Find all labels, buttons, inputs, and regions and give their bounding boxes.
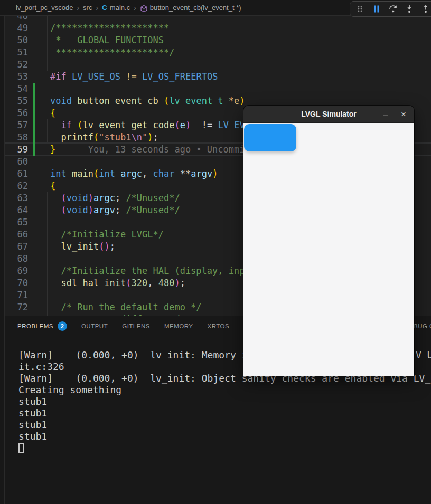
line-number: 59: [5, 144, 28, 156]
line-number: 48: [5, 16, 28, 22]
sidebar-edge: [0, 0, 5, 504]
line-content: #if LV_USE_OS != LV_OS_FREERTOS: [50, 71, 218, 83]
line-number: 55: [5, 95, 28, 107]
line-content: } You, 13 seconds ago • Uncommitted: [50, 144, 266, 156]
line-number: 56: [5, 107, 28, 119]
line-content: /* Run the default demo */: [50, 301, 202, 313]
line-content: (void)argv; /*Unused*/: [50, 204, 180, 216]
breadcrumb: lv_port_pc_vscode›src›Cmain.c›button_eve…: [16, 4, 241, 12]
terminal-line-fragment: V_USE: [416, 349, 431, 361]
step-into-icon[interactable]: [404, 3, 415, 15]
line-number: 63: [5, 192, 28, 204]
line-number: 62: [5, 180, 28, 192]
line-number: 52: [5, 59, 28, 71]
tab-xrtos[interactable]: XRTOS: [207, 323, 229, 329]
pause-icon[interactable]: [371, 3, 382, 15]
line-content: {: [50, 180, 55, 192]
line-content: /*Initialize LVGL*/: [50, 229, 164, 241]
breadcrumb-item[interactable]: main.c: [110, 4, 130, 12]
tab-gitlens[interactable]: GITLENS: [122, 323, 150, 329]
line-number: 69: [5, 265, 28, 277]
breadcrumb-item[interactable]: lv_port_pc_vscode: [16, 4, 73, 12]
line-number: 68: [5, 253, 28, 265]
line-content: *********************/: [50, 46, 174, 59]
simulator-canvas: [243, 123, 414, 376]
line-number: 51: [5, 46, 28, 59]
line-content: {: [50, 107, 55, 119]
code-line[interactable]: 54: [5, 83, 431, 95]
line-content: (void)argc; /*Unused*/: [50, 192, 180, 204]
line-content: * GLOBAL FUNCTIONS: [50, 34, 164, 46]
line-number: 61: [5, 168, 28, 180]
line-content: void button_event_cb (lv_event_t *e): [50, 95, 245, 107]
terminal-line: stub1: [18, 431, 431, 442]
minimize-button[interactable]: –: [380, 106, 391, 123]
lvgl-blue-button[interactable]: [244, 124, 296, 151]
line-number: 57: [5, 119, 28, 131]
debug-toolbar[interactable]: [350, 1, 431, 17]
line-number: 53: [5, 71, 28, 83]
lvgl-simulator-window: LVGL Simulator – ×: [243, 106, 414, 376]
terminal-line: stub1: [18, 407, 431, 419]
breadcrumb-separator: ›: [96, 4, 98, 12]
line-number: 72: [5, 301, 28, 313]
gitlens-blame: You, 13 seconds ago • Uncommitted: [55, 144, 266, 155]
step-out-icon[interactable]: [420, 3, 431, 15]
step-over-icon[interactable]: [387, 3, 399, 15]
line-number: 49: [5, 22, 28, 34]
code-line[interactable]: 49/*********************: [5, 22, 431, 34]
breadcrumb-item[interactable]: src: [83, 4, 92, 12]
breadcrumb-item[interactable]: button_event_cb(lv_event_t *): [150, 4, 241, 12]
line-number: 64: [5, 204, 28, 216]
line-content: int main(int argc, char **argv): [50, 168, 218, 180]
terminal-line: Creating something: [18, 384, 431, 396]
code-line[interactable]: 51 *********************/: [5, 46, 431, 59]
gripper-icon[interactable]: [354, 3, 366, 15]
line-content: printf("stub1\n");: [50, 131, 158, 144]
code-line[interactable]: 50 * GLOBAL FUNCTIONS: [5, 34, 431, 46]
problems-badge: 2: [58, 321, 67, 331]
line-number: 58: [5, 131, 28, 144]
vscode-window: lv_port_pc_vscode›src›Cmain.c›button_eve…: [0, 0, 431, 504]
code-line[interactable]: 53#if LV_USE_OS != LV_OS_FREERTOS: [5, 71, 431, 83]
line-content: sdl_hal_init(320, 480);: [50, 277, 185, 289]
line-number: 54: [5, 83, 28, 95]
terminal-line: stub1: [18, 419, 431, 431]
tab-output[interactable]: OUTPUT: [81, 323, 108, 329]
line-number: 50: [5, 34, 28, 46]
simulator-titlebar[interactable]: LVGL Simulator – ×: [243, 106, 414, 123]
breadcrumb-separator: ›: [134, 4, 136, 12]
line-number: 71: [5, 289, 28, 301]
line-number: 70: [5, 277, 28, 289]
line-content: lv_init();: [50, 241, 115, 253]
terminal-cursor: [18, 443, 24, 453]
symbol-method-icon: [140, 5, 148, 13]
breadcrumb-separator: ›: [77, 4, 79, 12]
line-number: 66: [5, 229, 28, 241]
line-number: 65: [5, 216, 28, 229]
tab-memory[interactable]: MEMORY: [164, 323, 193, 329]
tab-problems[interactable]: PROBLEMS2: [17, 321, 67, 331]
c-file-icon: C: [102, 4, 107, 12]
close-button[interactable]: ×: [398, 106, 409, 123]
line-number: 60: [5, 156, 28, 168]
terminal-cursor-line: [18, 442, 431, 454]
simulator-title: LVGL Simulator: [301, 110, 357, 118]
line-number: 67: [5, 241, 28, 253]
terminal-line: stub1: [18, 396, 431, 407]
line-content: /*********************: [50, 22, 169, 34]
code-line[interactable]: 52: [5, 59, 431, 71]
